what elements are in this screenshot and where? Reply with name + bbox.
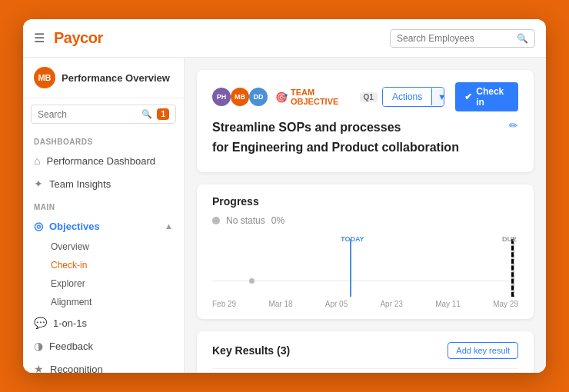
title-line2: for Engineering and Product collaboratio… xyxy=(212,139,459,156)
avatar: MB xyxy=(34,67,55,88)
kr-header: Key Results (3) Add key result xyxy=(212,342,518,359)
sidebar-profile: MB Performance Overview xyxy=(23,58,184,98)
sidebar-item-label: Feedback xyxy=(49,341,93,352)
sidebar: MB Performance Overview 🔍 1 DASHBOARDS ⌂… xyxy=(23,58,185,373)
star-icon: ★ xyxy=(34,363,44,373)
actions-chevron-icon[interactable]: ▼ xyxy=(431,88,444,105)
search-input[interactable] xyxy=(397,33,512,44)
sidebar-section-dashboards: DASHBOARDS xyxy=(23,130,184,149)
topbar: ☰ Paycor 🔍 xyxy=(23,19,546,58)
objective-header: PH MB DD 🎯 TEAM OBJECTIVE Q1 Actions ▼ ✔… xyxy=(212,82,518,111)
sidebar-sub-item-checkin[interactable]: Check-in xyxy=(23,256,184,274)
menu-icon[interactable]: ☰ xyxy=(34,31,45,45)
chart-dates: Feb 29 Mar 18 Apr 05 Apr 23 May 11 May 2… xyxy=(212,300,518,308)
home-icon: ⌂ xyxy=(34,154,40,167)
progress-card: Progress No status 0% TODAY DUE Feb 29 M xyxy=(197,184,534,319)
notification-badge: 1 xyxy=(157,108,169,120)
sidebar-item-recognition[interactable]: ★ Recognition xyxy=(23,357,184,373)
sidebar-search-input[interactable] xyxy=(38,109,137,120)
quarter-badge: Q1 xyxy=(360,92,378,102)
today-line xyxy=(350,239,351,297)
insights-icon: ✦ xyxy=(34,178,43,190)
checkmark-icon: ✔ xyxy=(464,91,472,102)
sidebar-sub-item-explorer[interactable]: Explorer xyxy=(23,274,184,293)
sidebar-item-label: Objectives xyxy=(49,221,100,232)
chart-dot xyxy=(249,278,255,284)
date-may29: May 29 xyxy=(493,300,518,308)
avatar-mb: MB xyxy=(231,88,249,106)
status-dot xyxy=(212,217,220,224)
checkin-button[interactable]: ✔ Check in xyxy=(455,82,518,111)
team-objective-badge: 🎯 TEAM OBJECTIVE xyxy=(275,88,355,106)
sidebar-item-label: 1-on-1s xyxy=(53,317,87,329)
progress-title: Progress xyxy=(212,195,518,208)
sidebar-profile-name: Performance Overview xyxy=(62,72,170,84)
feedback-icon: ◑ xyxy=(34,340,43,352)
actions-main-label[interactable]: Actions xyxy=(383,88,431,106)
sidebar-item-label: Recognition xyxy=(50,364,103,374)
due-label: DUE xyxy=(502,235,517,243)
sidebar-search-icon: 🔍 xyxy=(141,109,152,119)
sidebar-section-main: MAIN xyxy=(23,195,184,214)
chevron-up-icon: ▲ xyxy=(165,221,173,231)
edit-icon[interactable]: ✏ xyxy=(509,119,518,131)
title-line1: Streamline SOPs and processes xyxy=(212,119,459,136)
sidebar-item-team-insights[interactable]: ✦ Team Insights xyxy=(23,172,184,195)
checkin-label: Check in xyxy=(476,86,509,108)
add-key-result-button[interactable]: Add key result xyxy=(448,342,518,359)
actions-button[interactable]: Actions ▼ xyxy=(382,87,444,107)
key-results-card: Key Results (3) Add key result INCOMPLET… xyxy=(197,331,534,373)
sidebar-search[interactable]: 🔍 1 xyxy=(31,105,176,124)
main-content: PH MB DD 🎯 TEAM OBJECTIVE Q1 Actions ▼ ✔… xyxy=(185,58,546,373)
search-bar[interactable]: 🔍 xyxy=(390,29,535,48)
sidebar-item-label: Team Insights xyxy=(49,178,111,190)
team-label: TEAM OBJECTIVE xyxy=(291,88,355,106)
kr-title: Key Results (3) xyxy=(212,344,290,357)
progress-status: No status 0% xyxy=(212,215,518,226)
status-percentage: 0% xyxy=(271,215,284,226)
sidebar-item-label: Performance Dashboard xyxy=(46,155,155,167)
target-icon: 🎯 xyxy=(275,91,288,103)
sidebar-item-1on1s[interactable]: 💬 1-on-1s xyxy=(23,311,184,334)
objective-card: PH MB DD 🎯 TEAM OBJECTIVE Q1 Actions ▼ ✔… xyxy=(197,70,534,172)
date-apr05: Apr 05 xyxy=(325,300,348,308)
date-feb29: Feb 29 xyxy=(212,300,236,308)
sidebar-item-objectives[interactable]: ◎ Objectives ▲ xyxy=(23,214,184,238)
objective-title: Streamline SOPs and processes for Engine… xyxy=(212,119,459,160)
logo-text: Paycor xyxy=(54,29,103,47)
sidebar-sub-item-alignment[interactable]: Alignment xyxy=(23,293,184,311)
due-line xyxy=(511,239,514,297)
chat-icon: 💬 xyxy=(34,317,47,329)
sidebar-item-feedback[interactable]: ◑ Feedback xyxy=(23,334,184,357)
sidebar-item-performance-dashboard[interactable]: ⌂ Performance Dashboard xyxy=(23,149,184,172)
today-label: TODAY xyxy=(341,235,364,243)
date-apr23: Apr 23 xyxy=(380,300,402,308)
sidebar-sub-item-overview[interactable]: Overview xyxy=(23,238,184,256)
date-mar18: Mar 18 xyxy=(268,300,292,308)
kr-item-1: INCOMPLETE Conduct meeting(s) to level s… xyxy=(212,368,518,373)
logo: Paycor xyxy=(54,29,390,47)
progress-chart: TODAY DUE xyxy=(212,235,518,297)
objectives-icon: ◎ xyxy=(34,220,43,232)
title-row: Streamline SOPs and processes for Engine… xyxy=(212,119,518,160)
chart-baseline xyxy=(212,281,518,281)
body: MB Performance Overview 🔍 1 DASHBOARDS ⌂… xyxy=(23,58,546,373)
avatar-ph: PH xyxy=(212,88,231,106)
avatar-dd: DD xyxy=(249,88,268,106)
date-may11: May 11 xyxy=(435,300,461,308)
status-label: No status xyxy=(226,215,265,226)
search-icon: 🔍 xyxy=(517,33,528,44)
